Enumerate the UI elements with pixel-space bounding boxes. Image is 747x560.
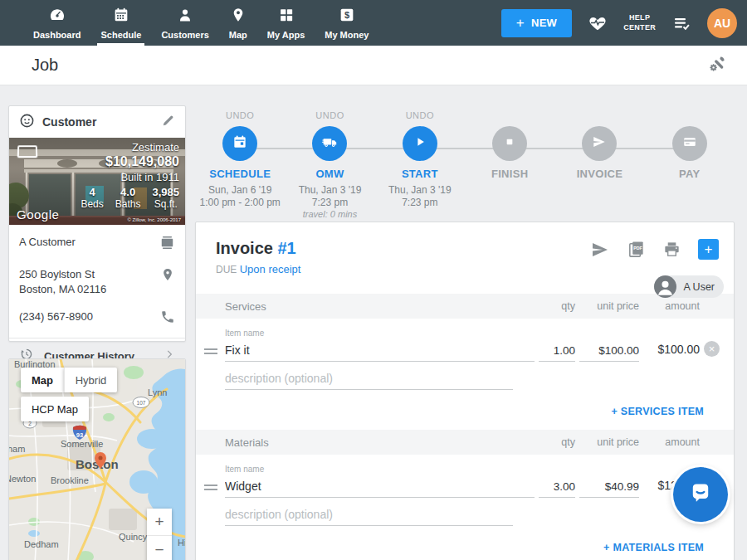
material-line-item: Item name $122.97 × (196, 465, 734, 498)
material-unit-price-input[interactable] (579, 479, 639, 498)
undo-schedule-link[interactable]: UNDO (226, 110, 254, 121)
customer-card-header: Customer (9, 106, 185, 138)
add-invoice-button[interactable]: + (698, 239, 719, 260)
edit-pencil-icon[interactable] (161, 114, 175, 131)
health-heart-icon[interactable] (587, 13, 608, 33)
credit-card-icon (682, 134, 697, 153)
invoice-title-text: Invoice (216, 239, 273, 257)
zestimate-label: Zestimate (81, 141, 179, 153)
zoom-out-button[interactable]: − (147, 536, 172, 560)
phone-icon[interactable] (160, 309, 175, 328)
customer-address-row: 250 Boylston StBoston, MA 02116 (9, 261, 185, 303)
unit-price-column-header: unit price (579, 300, 639, 312)
new-button[interactable]: + NEW (501, 9, 572, 37)
nav-item-my-apps[interactable]: My Apps (257, 0, 315, 46)
map-label-quincy: Quincy (119, 532, 148, 542)
material-description-row (196, 506, 734, 526)
undo-omw-link[interactable]: UNDO (315, 110, 344, 121)
print-icon[interactable] (662, 240, 681, 259)
step-omw-time: 7:23 pm (312, 197, 348, 209)
step-invoice: INVOICE (554, 110, 644, 221)
invoice-header: Invoice #1 DUE Upon receipt PDF + A User (196, 222, 734, 287)
customer-phone: (234) 567-8900 (19, 309, 93, 324)
pdf-icon[interactable]: PDF (627, 240, 646, 259)
page-header: Job (0, 46, 747, 85)
nav-label: Schedule (100, 30, 141, 40)
nav-label: My Apps (267, 30, 305, 40)
remove-service-icon[interactable]: × (704, 341, 720, 357)
step-pay-button[interactable] (672, 126, 707, 161)
drag-handle-icon[interactable] (204, 485, 217, 490)
step-start-button[interactable] (403, 126, 437, 161)
nav-item-customers[interactable]: Customers (151, 0, 218, 46)
item-name-label: Item name (225, 465, 535, 474)
undo-start-link[interactable]: UNDO (406, 110, 434, 121)
contact-card-icon[interactable] (159, 235, 175, 254)
top-navbar: Dashboard Schedule Customers Map My Apps… (0, 0, 747, 46)
hcp-map-button[interactable]: HCP Map (21, 397, 89, 421)
step-schedule-button[interactable] (222, 126, 257, 161)
svg-text:PDF: PDF (633, 246, 642, 251)
nav-item-dashboard[interactable]: Dashboard (23, 0, 90, 46)
send-invoice-icon[interactable] (590, 240, 610, 260)
add-material-link[interactable]: + MATERIALS ITEM (603, 542, 704, 553)
assignee-avatar-icon (654, 275, 676, 298)
apps-grid-icon (277, 6, 295, 27)
address-line2: Boston, MA 02116 (19, 283, 106, 295)
service-description-input[interactable] (225, 370, 513, 390)
chat-icon (686, 479, 715, 510)
invoice-actions: PDF + (590, 239, 719, 260)
map-zoom-controls: + − (147, 509, 172, 560)
material-item-name-input[interactable] (225, 478, 535, 498)
step-finish-button[interactable] (492, 126, 527, 161)
map-label-brookline: Brookline (51, 475, 89, 485)
baths-label: Baths (115, 198, 141, 210)
user-avatar[interactable]: AU (707, 8, 737, 38)
invoice-due-line: DUE Upon receipt (216, 263, 719, 275)
invoice-number[interactable]: #1 (277, 239, 295, 257)
street-view-icon[interactable] (17, 145, 38, 158)
zoom-in-button[interactable]: + (147, 509, 172, 536)
step-invoice-label: INVOICE (577, 168, 623, 180)
plus-icon: + (516, 16, 525, 30)
customer-address: 250 Boylston StBoston, MA 02116 (19, 267, 106, 296)
add-service-link[interactable]: + SERVICES ITEM (611, 406, 704, 417)
zestimate-value: $10,149,080 (81, 154, 179, 169)
checklist-icon[interactable] (671, 13, 692, 33)
map-type-button[interactable]: Map (21, 368, 64, 392)
step-pay: PAY (645, 110, 735, 221)
nav-item-map[interactable]: Map (219, 0, 257, 46)
step-schedule-date: Sun, Jan 6 '19 (208, 184, 271, 197)
location-pin-icon[interactable] (160, 267, 175, 285)
due-value-link[interactable]: Upon receipt (240, 263, 301, 275)
customer-name: A Customer (19, 235, 76, 250)
svg-text:$: $ (344, 10, 349, 20)
step-omw-button[interactable] (312, 126, 347, 161)
step-omw: UNDO OMW Thu, Jan 3 '19 7:23 pm travel: … (285, 110, 374, 221)
assignee-chip[interactable]: A User (654, 275, 724, 298)
step-finish: FINISH (465, 110, 554, 221)
step-invoice-button[interactable] (582, 126, 617, 161)
customer-card: Customer Zestimate (8, 105, 186, 342)
step-omw-label: OMW (315, 168, 344, 180)
help-center-link[interactable]: HELP CENTER (623, 13, 656, 32)
nav-item-schedule[interactable]: Schedule (90, 0, 151, 46)
service-line-item: Item name $100.00 × (196, 329, 734, 362)
nav-item-my-money[interactable]: $ My Money (315, 0, 378, 46)
service-unit-price-input[interactable] (579, 343, 639, 362)
service-qty-input[interactable] (539, 343, 575, 362)
map-pin-icon (229, 6, 247, 27)
property-photo: Zestimate $10,149,080 Built in 1911 4Bed… (9, 138, 185, 225)
service-item-name-input[interactable] (225, 342, 535, 362)
chat-bubble-button[interactable] (673, 467, 728, 522)
drag-handle-icon[interactable] (204, 348, 217, 354)
material-qty-input[interactable] (539, 479, 575, 498)
customer-phone-row: (234) 567-8900 (9, 303, 185, 334)
materials-section-label: Materials (225, 436, 535, 449)
qty-column-header: qty (539, 436, 575, 448)
step-schedule: UNDO SCHEDULE Sun, Jan 6 '19 1:00 pm - 2… (195, 110, 285, 221)
material-description-input[interactable] (225, 506, 513, 526)
hybrid-type-button[interactable]: Hybrid (64, 368, 117, 392)
calendar-icon (232, 134, 248, 153)
job-settings-icon[interactable] (707, 54, 727, 77)
